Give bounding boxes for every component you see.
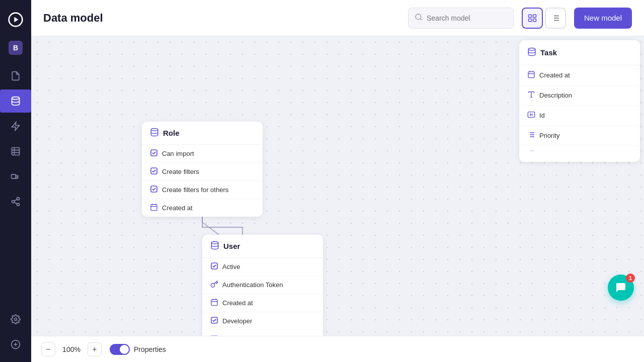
role-card[interactable]: Role Can import Create f [142,122,263,217]
text-icon [527,90,535,100]
user-field-auth-token-label: Authentication Token [222,281,283,289]
sidebar-item-database[interactable] [0,89,31,113]
role-field-create-filters[interactable]: Create filters [142,163,263,181]
user-field-email-label: Email... [222,335,244,336]
footer: − 100% + Properties [31,336,644,362]
search-input[interactable] [427,14,507,22]
role-title: Role [163,129,180,137]
sidebar: B [0,0,31,362]
svg-point-11 [17,203,20,206]
sidebar-item-lightning[interactable] [0,115,31,138]
properties-toggle[interactable] [110,344,130,355]
workspace-badge[interactable]: B [0,35,31,60]
user-field-auth-token[interactable]: Authentication Token [202,276,323,294]
zoom-level: 100% [61,345,82,353]
svg-rect-23 [533,19,536,21]
role-field-created-at[interactable]: Created at [142,199,263,217]
email-icon [210,334,218,336]
badge-label: B [9,41,23,55]
checkbox-icon [210,262,218,272]
key-icon [210,280,218,290]
task-field-more [519,146,640,162]
task-database-icon [527,47,536,58]
task-field-id[interactable]: Id [519,106,640,126]
user-field-created-at-label: Created at [222,299,253,307]
zoom-out-button[interactable]: − [41,342,55,356]
task-panel-header: Task [519,40,640,65]
canvas[interactable]: Role Can import Create f [31,36,644,336]
task-field-id-label: Id [539,112,545,119]
task-title: Task [540,48,557,57]
role-field-can-import-label: Can import [162,150,194,157]
properties-toggle-container: Properties [110,344,166,355]
checkbox-icon [150,185,158,195]
user-field-active-label: Active [222,263,240,270]
sidebar-item-table[interactable] [0,140,31,163]
svg-point-48 [528,48,535,51]
sidebar-item-settings[interactable] [0,308,31,331]
play-button[interactable] [0,4,31,35]
role-field-create-filters-others[interactable]: Create filters for others [142,181,263,199]
task-field-description[interactable]: Description [519,85,640,106]
new-model-button[interactable]: New model [574,8,632,29]
user-field-created-at[interactable]: Created at [202,294,323,312]
role-field-can-import[interactable]: Can import [142,145,263,163]
svg-point-2 [12,97,20,100]
svg-point-14 [15,318,17,321]
svg-line-19 [420,19,422,20]
svg-rect-20 [528,15,531,17]
svg-rect-37 [151,205,157,211]
id-icon [527,111,535,120]
svg-marker-1 [14,17,18,23]
role-field-create-filters-label: Create filters [162,168,199,175]
chat-button[interactable]: 1 [608,275,634,301]
svg-point-9 [17,198,20,200]
svg-point-10 [12,201,15,203]
task-field-created-at[interactable]: Created at [519,65,640,85]
sidebar-bottom [0,308,31,362]
list-view-button[interactable] [545,8,566,29]
sidebar-navigation [0,60,31,217]
task-field-priority[interactable]: Priority [519,126,640,146]
svg-point-41 [211,242,218,244]
svg-point-18 [416,14,421,20]
user-card[interactable]: User Active Authentication Token [202,235,323,336]
role-field-created-at-label: Created at [162,204,193,212]
sidebar-item-grid[interactable] [0,333,31,356]
svg-marker-3 [12,122,20,131]
user-field-active[interactable]: Active [202,258,323,276]
svg-rect-4 [12,148,20,155]
user-title: User [223,242,240,250]
role-database-icon [150,128,159,138]
user-field-email[interactable]: Email... [202,330,323,336]
task-field-priority-label: Priority [539,132,559,139]
svg-rect-22 [528,19,531,21]
svg-point-33 [151,129,158,131]
task-field-description-label: Description [539,92,572,99]
role-field-create-filters-others-label: Create filters for others [162,186,228,194]
page-title: Data model [43,12,400,25]
svg-rect-21 [533,15,536,17]
checkbox-icon [150,167,158,176]
task-panel[interactable]: Task Created at [519,40,640,162]
user-database-icon [210,241,219,251]
calendar-icon [527,70,535,80]
user-field-developer-label: Developer [222,317,252,325]
header: Data model [31,0,644,36]
sidebar-item-file[interactable] [0,64,31,87]
sidebar-item-plugin[interactable] [0,165,31,188]
more-icon [527,149,535,158]
chat-badge: 1 [626,274,635,283]
svg-rect-8 [12,174,16,178]
sidebar-item-share[interactable] [0,190,31,213]
main-content: Data model [31,0,644,362]
svg-line-13 [14,199,17,201]
task-field-created-at-label: Created at [539,71,570,79]
toggle-knob [120,345,129,354]
user-card-header: User [202,235,323,258]
diagram-view-button[interactable] [522,8,543,29]
svg-rect-49 [528,72,534,78]
user-field-developer[interactable]: Developer [202,312,323,330]
search-container[interactable] [408,8,514,29]
zoom-in-button[interactable]: + [88,342,102,356]
